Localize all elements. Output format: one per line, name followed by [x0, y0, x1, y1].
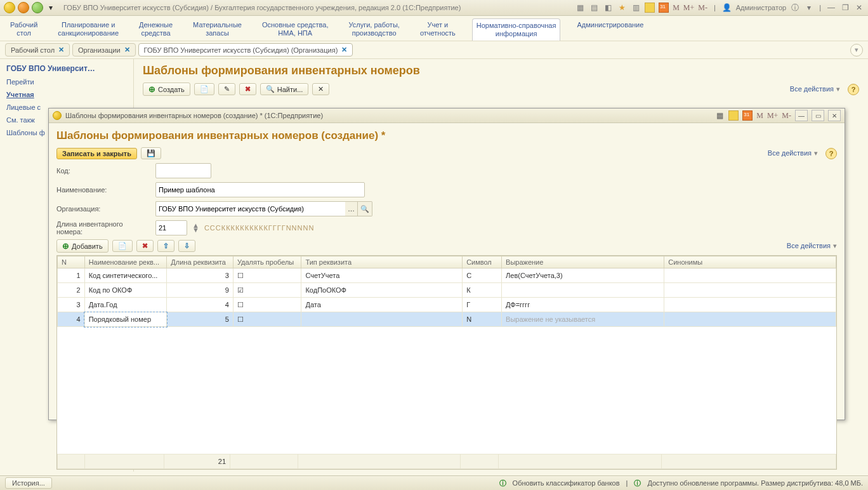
calc-icon[interactable]: [645, 3, 655, 13]
delete-button[interactable]: ✖: [239, 83, 256, 95]
edit-button[interactable]: ✎: [218, 83, 235, 95]
grid-cell[interactable]: КодПоОКОФ: [301, 283, 463, 298]
grid-cell[interactable]: ☐: [233, 298, 301, 312]
history-button[interactable]: История...: [5, 477, 52, 489]
all-actions-link[interactable]: Все действия: [790, 85, 840, 93]
dlg-calendar-icon[interactable]: [742, 110, 753, 121]
dlg-help-icon[interactable]: ?: [825, 148, 837, 159]
grid-cell[interactable]: 3: [58, 298, 85, 312]
org-input[interactable]: [155, 201, 345, 216]
tab[interactable]: Рабочий стол✕: [5, 43, 70, 56]
grid-header[interactable]: Удалять пробелы: [233, 256, 301, 268]
info-icon[interactable]: ⓘ: [790, 3, 800, 13]
m-btn[interactable]: M: [673, 3, 680, 13]
dlg-m-minus-btn[interactable]: M-: [782, 111, 791, 121]
toolbar-icon-3[interactable]: ◧: [603, 3, 613, 13]
section-item[interactable]: Нормативно-справочнаяинформация: [472, 18, 561, 41]
section-item[interactable]: Администрирование: [573, 18, 647, 41]
dlg-minimize-icon[interactable]: —: [795, 110, 808, 121]
dlg-m-plus-btn[interactable]: M+: [767, 111, 778, 121]
org-search-button[interactable]: 🔍: [358, 201, 372, 216]
dlg-m-btn[interactable]: M: [756, 111, 763, 121]
section-item[interactable]: Услуги, работы,производство: [345, 18, 404, 41]
grid-cell[interactable]: 1: [58, 268, 85, 283]
grid-cell[interactable]: Выражение не указывается: [502, 312, 664, 327]
save-button[interactable]: 💾: [141, 147, 161, 159]
grid-all-actions[interactable]: Все действия: [787, 242, 837, 250]
org-select-button[interactable]: …: [345, 201, 358, 216]
section-item[interactable]: Рабочийстол: [6, 18, 41, 41]
grid-cell[interactable]: [664, 268, 836, 283]
grid-cell[interactable]: 4: [167, 298, 233, 312]
sys-btn-3[interactable]: [32, 2, 43, 13]
grid-cell[interactable]: [664, 312, 836, 327]
grid-cell[interactable]: Порядковый номер: [84, 312, 167, 327]
grid-cell[interactable]: [664, 298, 836, 312]
copy-row-button[interactable]: 📄: [112, 240, 133, 252]
grid-cell[interactable]: 3: [167, 268, 233, 283]
grid-cell[interactable]: [664, 283, 836, 298]
m-plus-btn[interactable]: M+: [683, 3, 694, 13]
close-icon[interactable]: ✕: [854, 3, 864, 13]
grid-header[interactable]: Наименование рекв...: [84, 256, 167, 268]
delete-row-button[interactable]: ✖: [136, 240, 154, 252]
tab-close-icon[interactable]: ✕: [341, 46, 347, 54]
minimize-icon[interactable]: —: [826, 3, 836, 13]
dlg-calc-icon[interactable]: [728, 110, 739, 121]
tab[interactable]: ГОБУ ВПО Университет искусств (Субсидия)…: [138, 43, 353, 56]
tabs-menu-button[interactable]: ▾: [850, 44, 863, 56]
sys-btn-1[interactable]: [4, 2, 15, 13]
add-row-button[interactable]: ⊕Добавить: [56, 239, 109, 253]
table-row[interactable]: 1Код синтетического...3☐СчетУчетаСЛев(Сч…: [58, 268, 836, 283]
m-minus-btn[interactable]: M-: [698, 3, 707, 13]
table-row[interactable]: 2Код по ОКОФ9☑КодПоОКОФК: [58, 283, 836, 298]
len-input[interactable]: [155, 220, 187, 235]
section-item[interactable]: Планирование исанкционирование: [54, 18, 122, 41]
grid-cell[interactable]: [301, 312, 463, 327]
spin-down-icon[interactable]: ▼: [192, 228, 199, 232]
dlg-maximize-icon[interactable]: ▭: [812, 110, 824, 121]
dlg-close-icon[interactable]: ✕: [828, 110, 841, 121]
section-item[interactable]: Денежныесредства: [135, 18, 176, 41]
grid-header[interactable]: Тип реквизита: [301, 256, 463, 268]
grid-cell[interactable]: 5: [167, 312, 233, 327]
grid-cell[interactable]: Дата: [301, 298, 463, 312]
grid-cell[interactable]: 4: [58, 312, 85, 327]
status-msg-1[interactable]: Обновить классификатор банков: [513, 479, 620, 487]
favorite-icon[interactable]: ★: [617, 3, 627, 13]
grid-cell[interactable]: Лев(СчетУчета,3): [502, 268, 664, 283]
toolbar-icon-4[interactable]: ▥: [631, 3, 641, 13]
grid-cell[interactable]: ☐: [233, 312, 301, 327]
section-item[interactable]: Материальныезапасы: [189, 18, 246, 41]
name-input[interactable]: [155, 182, 365, 197]
move-down-button[interactable]: ⇩: [178, 240, 195, 252]
table-row[interactable]: 3Дата.Год4☐ДатаГДФ=гггг: [58, 298, 836, 312]
grid-header[interactable]: Синонимы: [664, 256, 836, 268]
maximize-icon[interactable]: ❐: [840, 3, 850, 13]
grid-header[interactable]: Длина реквизита: [167, 256, 233, 268]
toolbar-icon-1[interactable]: ▦: [575, 3, 585, 13]
clear-find-button[interactable]: ✕: [312, 83, 329, 95]
grid-cell[interactable]: 9: [167, 283, 233, 298]
create-button[interactable]: ⊕Создать: [143, 83, 190, 96]
tab-close-icon[interactable]: ✕: [124, 46, 130, 54]
move-up-button[interactable]: ⇧: [157, 240, 174, 252]
table-row[interactable]: 4Порядковый номер5☐NВыражение не указыва…: [58, 312, 836, 327]
grid-cell[interactable]: Код синтетического...: [84, 268, 167, 283]
find-button[interactable]: 🔍 Найти...: [260, 83, 309, 95]
grid-cell[interactable]: С: [463, 268, 502, 283]
copy-button[interactable]: 📄: [194, 83, 214, 95]
tab[interactable]: Организации✕: [72, 43, 136, 56]
grid-cell[interactable]: ☑: [233, 283, 301, 298]
grid-header[interactable]: Выражение: [502, 256, 664, 268]
grid-cell[interactable]: К: [463, 283, 502, 298]
left-nav-item[interactable]: Перейти: [6, 78, 127, 86]
status-msg-2[interactable]: Доступно обновление программы. Размер ди…: [647, 479, 863, 487]
tab-close-icon[interactable]: ✕: [58, 46, 64, 54]
calendar-icon[interactable]: [659, 3, 669, 13]
grid-cell[interactable]: СчетУчета: [301, 268, 463, 283]
requisites-grid[interactable]: NНаименование рекв...Длина реквизитаУдал…: [56, 255, 837, 470]
grid-cell[interactable]: Код по ОКОФ: [84, 283, 167, 298]
grid-header[interactable]: N: [58, 256, 85, 268]
grid-cell[interactable]: [502, 283, 664, 298]
